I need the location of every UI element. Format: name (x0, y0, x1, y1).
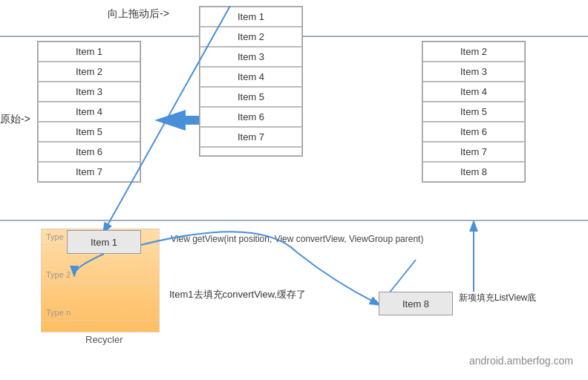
recycler-label: Recycler (85, 334, 123, 345)
recycler-typen: Type n (42, 305, 159, 321)
recycler-type2: Type 2 (42, 267, 159, 283)
list-item: Item 3 (422, 62, 525, 82)
list-item: Item 6 (200, 107, 302, 127)
svg-marker-0 (154, 110, 199, 131)
list-item: Item 4 (200, 67, 302, 87)
list-item: Item 7 (38, 162, 140, 182)
label-xiangshang: 向上拖动后-> (108, 7, 169, 21)
list-item: Item 4 (38, 102, 140, 122)
list-item: Item 2 (422, 42, 525, 62)
label-yuanshi: 原始-> (0, 113, 30, 126)
list-item: Item 7 (422, 142, 525, 162)
list-item: Item 6 (422, 122, 525, 142)
item8-box: Item 8 (379, 292, 453, 315)
list-item: Item 8 (422, 162, 525, 182)
list-item: Item 3 (200, 47, 302, 67)
list-item: Item 5 (38, 122, 140, 142)
list-item: Item 7 (200, 127, 302, 147)
list-item: Item 1 (200, 7, 302, 27)
item1-floating-box: Item 1 (67, 230, 141, 254)
list-item: Item 4 (422, 82, 525, 102)
list-item: Item 6 (38, 142, 140, 162)
hline-bottom (0, 220, 588, 221)
list-original: Item 1 Item 2 Item 3 Item 4 Item 5 Item … (37, 41, 141, 183)
list-item: Item 5 (422, 102, 525, 122)
getview-text: View getView(int position, View convertV… (171, 234, 423, 244)
list-item (200, 147, 302, 156)
list-item: Item 2 (200, 27, 302, 47)
list-item: Item 5 (200, 87, 302, 107)
list-item: Item 2 (38, 62, 140, 82)
watermark: android.amberfog.com (469, 355, 573, 367)
list-item: Item 1 (38, 42, 140, 62)
main-container: 原始-> 向上拖动后-> Item 1 Item 2 Item 3 Item 4… (0, 0, 588, 380)
list-item: Item 3 (38, 82, 140, 102)
newitem-text: 新项填充ListView底 (459, 292, 536, 304)
item1-fills-text: Item1去填充convertView,缓存了 (169, 288, 306, 301)
list-right: Item 2 Item 3 Item 4 Item 5 Item 6 Item … (422, 41, 526, 183)
list-middle: Item 1 Item 2 Item 3 Item 4 Item 5 Item … (199, 6, 303, 157)
